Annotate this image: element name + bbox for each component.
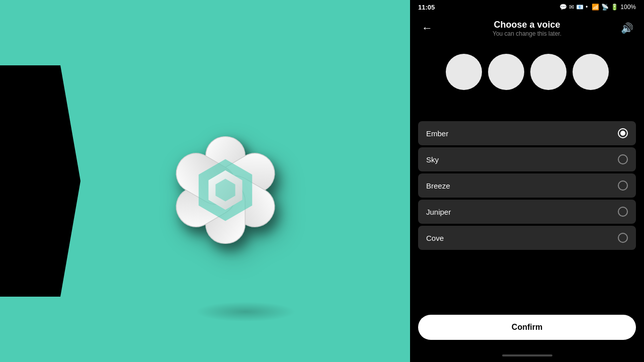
voice-item-cove[interactable]: Cove [418,226,636,250]
confirm-area: Confirm [410,309,644,352]
header-title-group: Choose a voice You can change this later… [436,20,618,37]
voice-circle-1[interactable] [446,54,482,90]
page-subtitle: You can change this later. [436,30,618,37]
whatsapp-icon: 💬 [559,4,567,11]
radio-sky [618,154,628,164]
header-bar: ← Choose a voice You can change this lat… [410,14,644,42]
voice-circle-4[interactable] [573,54,609,90]
voice-item-juniper[interactable]: Juniper [418,200,636,224]
logo-reflection [195,302,296,322]
voice-name-breeze: Breeze [426,182,450,190]
right-panel: 11:05 💬 ✉ 📧 • 📶 📡 🔋 100% ← Choose a voic… [410,0,644,362]
voice-circle-3[interactable] [530,54,567,90]
voice-list: Ember Sky Breeze Juniper Cove [410,121,644,250]
wifi-icon: 📶 [592,4,599,11]
voice-name-cove: Cove [426,234,444,242]
status-icons: 💬 ✉ 📧 • 📶 📡 🔋 100% [559,4,636,11]
bottom-indicator [410,352,644,362]
circles-row [446,54,609,90]
openai-logo [155,120,296,262]
voice-name-ember: Ember [426,129,448,138]
arrow-graphic [0,65,80,297]
dot-indicator: • [586,4,588,11]
message-icon: ✉ [569,4,574,11]
status-bar: 11:05 💬 ✉ 📧 • 📶 📡 🔋 100% [410,0,644,14]
mail-icon: 📧 [576,4,584,11]
radio-ember [618,128,628,138]
voice-name-sky: Sky [426,155,439,164]
back-button[interactable]: ← [418,19,436,37]
radio-ember-inner [620,131,625,136]
waveform-area [410,42,644,121]
radio-breeze [618,180,628,191]
home-indicator [502,354,552,356]
left-panel [0,0,410,362]
status-time: 11:05 [418,4,435,11]
battery-icon: 🔋 [611,4,618,11]
voice-name-juniper: Juniper [426,208,451,216]
battery-text: 100% [620,4,636,11]
confirm-button[interactable]: Confirm [418,315,636,340]
radio-cove [618,233,628,243]
voice-circle-2[interactable] [488,54,524,90]
radio-juniper [618,207,628,217]
signal-icon: 📡 [601,4,609,11]
spacer [410,250,644,309]
voice-item-ember[interactable]: Ember [418,121,636,145]
sound-button[interactable]: 🔊 [618,19,636,37]
page-title: Choose a voice [436,20,618,30]
voice-item-breeze[interactable]: Breeze [418,173,636,198]
voice-item-sky[interactable]: Sky [418,147,636,171]
